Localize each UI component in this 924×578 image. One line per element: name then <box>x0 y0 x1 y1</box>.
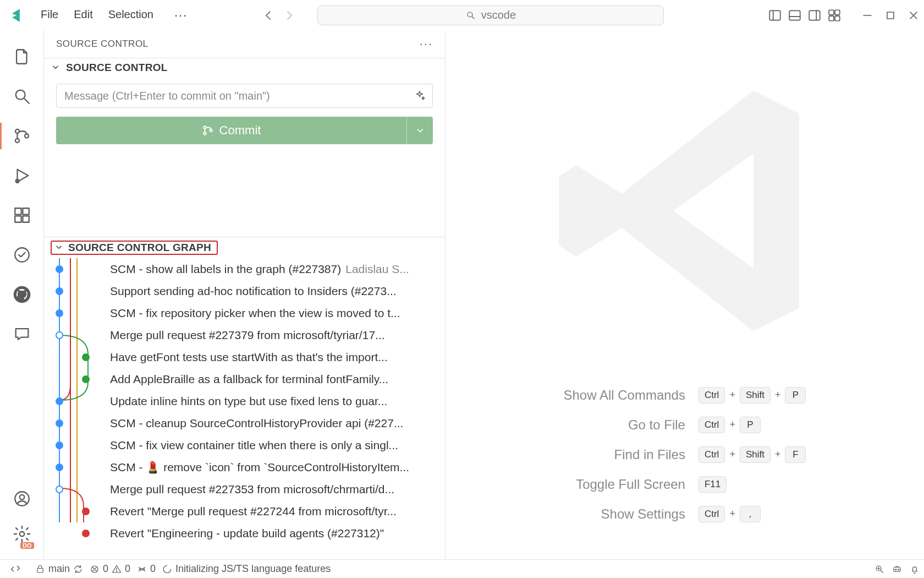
commit-message: Add AppleBraille as a fallback for termi… <box>110 373 388 386</box>
status-ports-count: 0 <box>150 563 156 575</box>
status-lsp[interactable]: Initializing JS/TS language features <box>162 563 331 575</box>
commit-dot-icon <box>56 331 63 339</box>
commit-button-label: Commit <box>219 123 261 138</box>
window-maximize-button[interactable] <box>886 10 895 20</box>
main-area: DO SOURCE CONTROL ··· SOURCE CONTROL <box>0 30 924 559</box>
commit-dot-icon <box>82 375 90 383</box>
commit-row[interactable]: Revert "Engineering - update build agent… <box>44 522 445 544</box>
sync-icon <box>73 564 83 574</box>
activity-accounts[interactable] <box>7 483 37 514</box>
activity-bar: DO <box>0 30 44 559</box>
layout-panel-bottom-icon[interactable] <box>788 8 802 23</box>
svg-point-25 <box>19 495 24 500</box>
shortcut-keys: Ctrl+Shift+P <box>698 387 806 403</box>
svg-rect-21 <box>23 208 29 214</box>
commit-message: SCM - fix repository picker when the vie… <box>110 307 400 320</box>
menu-selection[interactable]: Selection <box>108 8 153 23</box>
svg-rect-5 <box>809 10 820 20</box>
graph-gutter <box>50 508 110 515</box>
graph-gutter <box>50 464 110 471</box>
status-lsp-label: Initializing JS/TS language features <box>175 563 331 575</box>
shortcut-label: Go to File <box>564 417 685 433</box>
kbd-key: Shift <box>740 446 771 463</box>
kbd-key: P <box>740 417 761 433</box>
source-control-section-header[interactable]: SOURCE CONTROL <box>44 58 445 77</box>
graph-gutter <box>50 353 110 361</box>
menu-file[interactable]: File <box>41 8 58 23</box>
graph-gutter <box>50 331 110 339</box>
plus-separator: + <box>729 449 735 460</box>
shortcut-label: Find in Files <box>564 447 685 462</box>
vscode-watermark-icon <box>542 68 828 354</box>
status-problems[interactable]: 0 0 <box>90 563 130 575</box>
plus-separator: + <box>775 389 781 401</box>
commit-button-row: Commit <box>56 117 433 144</box>
status-ports[interactable]: 0 <box>137 563 156 575</box>
graph-gutter <box>50 530 110 537</box>
svg-rect-39 <box>894 567 900 571</box>
nav-forward-button[interactable] <box>282 9 295 22</box>
chevron-down-icon <box>51 62 62 73</box>
commit-dropdown-button[interactable] <box>406 117 433 144</box>
graph-section-header[interactable]: SOURCE CONTROL GRAPH <box>44 237 445 258</box>
status-bell-icon[interactable] <box>910 564 920 574</box>
layout-sidebar-left-icon[interactable] <box>768 8 782 23</box>
command-search[interactable]: vscode <box>317 6 664 25</box>
svg-rect-33 <box>37 568 43 572</box>
commit-graph-list: SCM - show all labels in the graph (#227… <box>44 258 445 559</box>
activity-github[interactable] <box>7 279 37 310</box>
svg-point-0 <box>468 12 472 17</box>
graph-gutter <box>50 486 110 493</box>
commit-message-input[interactable] <box>64 84 408 107</box>
activity-settings[interactable]: DO <box>7 519 37 549</box>
window-close-button[interactable] <box>909 10 919 20</box>
view-header: SOURCE CONTROL ··· <box>44 30 445 58</box>
svg-point-37 <box>141 568 143 570</box>
shortcut-keys: Ctrl+Shift+F <box>698 446 806 463</box>
editor-area: Show All CommandsCtrl+Shift+PGo to FileC… <box>446 30 924 559</box>
layout-customize-icon[interactable] <box>827 8 842 23</box>
view-more-icon[interactable]: ··· <box>420 37 433 51</box>
plus-separator: + <box>775 449 781 460</box>
graph-gutter <box>50 375 110 383</box>
activity-chat[interactable] <box>7 319 37 350</box>
window-minimize-button[interactable] <box>862 10 872 20</box>
menu-edit[interactable]: Edit <box>74 8 92 23</box>
graph-gutter <box>50 397 110 405</box>
layout-sidebar-right-icon[interactable] <box>807 8 822 23</box>
activity-explorer[interactable] <box>7 41 37 72</box>
commit-message-field[interactable] <box>56 84 433 108</box>
kbd-key: Ctrl <box>698 417 725 433</box>
commit-message: SCM - 💄 remove `icon` from `SourceContro… <box>110 461 409 474</box>
graph-gutter <box>50 441 110 449</box>
remote-button[interactable] <box>4 560 26 579</box>
svg-rect-19 <box>15 216 21 222</box>
graph-title: SOURCE CONTROL GRAPH <box>68 242 211 254</box>
activity-extensions[interactable] <box>7 200 37 231</box>
commit-message: Revert "Engineering - update build agent… <box>110 527 384 540</box>
menu-more-icon[interactable]: ··· <box>174 8 188 23</box>
commit-button[interactable]: Commit <box>56 117 406 144</box>
nav-back-button[interactable] <box>262 9 276 22</box>
graph-header-highlight: SOURCE CONTROL GRAPH <box>51 241 218 255</box>
activity-run-debug[interactable] <box>7 160 37 191</box>
commit-dot-icon <box>56 309 63 317</box>
status-copilot-icon[interactable] <box>892 564 902 574</box>
activity-testing[interactable] <box>7 239 37 270</box>
chevron-down-icon <box>54 242 65 253</box>
source-control-graph-section: SOURCE CONTROL GRAPH SCM - sho <box>44 237 445 559</box>
status-zoom-icon[interactable] <box>875 564 884 574</box>
svg-rect-1 <box>769 10 780 20</box>
kbd-key: Ctrl <box>698 387 725 403</box>
commit-dot-icon <box>82 530 90 537</box>
status-branch[interactable]: main <box>35 563 83 575</box>
commit-dot-icon <box>82 353 90 361</box>
window-controls <box>862 10 919 20</box>
sparkle-icon[interactable] <box>414 90 426 102</box>
graph-gutter <box>50 419 110 427</box>
activity-search[interactable] <box>7 81 37 112</box>
kbd-key: Ctrl <box>698 446 725 463</box>
activity-source-control[interactable] <box>7 121 37 151</box>
plus-separator: + <box>729 389 735 401</box>
graph-gutter <box>50 309 110 317</box>
